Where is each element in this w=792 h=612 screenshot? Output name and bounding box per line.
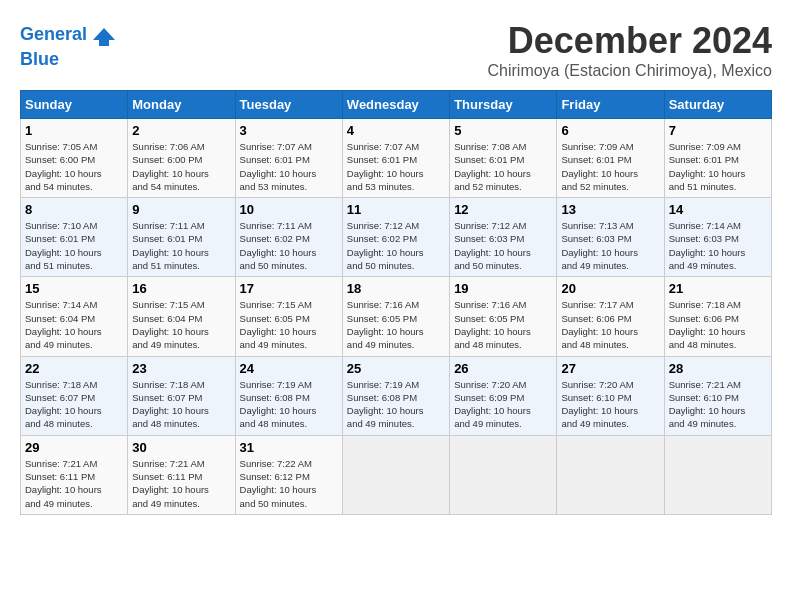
day-number: 27 (561, 361, 659, 376)
col-header-friday: Friday (557, 91, 664, 119)
col-header-tuesday: Tuesday (235, 91, 342, 119)
day-number: 13 (561, 202, 659, 217)
day-info: Sunrise: 7:16 AM Sunset: 6:05 PM Dayligh… (454, 298, 552, 351)
day-number: 14 (669, 202, 767, 217)
calendar-cell: 23Sunrise: 7:18 AM Sunset: 6:07 PM Dayli… (128, 356, 235, 435)
logo-icon (89, 20, 119, 50)
day-number: 2 (132, 123, 230, 138)
calendar-cell: 24Sunrise: 7:19 AM Sunset: 6:08 PM Dayli… (235, 356, 342, 435)
day-number: 18 (347, 281, 445, 296)
calendar-cell (664, 435, 771, 514)
calendar-cell: 27Sunrise: 7:20 AM Sunset: 6:10 PM Dayli… (557, 356, 664, 435)
calendar-cell: 4Sunrise: 7:07 AM Sunset: 6:01 PM Daylig… (342, 119, 449, 198)
day-number: 24 (240, 361, 338, 376)
calendar-cell: 13Sunrise: 7:13 AM Sunset: 6:03 PM Dayli… (557, 198, 664, 277)
calendar-cell: 16Sunrise: 7:15 AM Sunset: 6:04 PM Dayli… (128, 277, 235, 356)
day-number: 21 (669, 281, 767, 296)
day-number: 19 (454, 281, 552, 296)
day-info: Sunrise: 7:20 AM Sunset: 6:09 PM Dayligh… (454, 378, 552, 431)
day-number: 3 (240, 123, 338, 138)
day-number: 8 (25, 202, 123, 217)
calendar-cell: 14Sunrise: 7:14 AM Sunset: 6:03 PM Dayli… (664, 198, 771, 277)
day-info: Sunrise: 7:13 AM Sunset: 6:03 PM Dayligh… (561, 219, 659, 272)
location-title: Chirimoya (Estacion Chirimoya), Mexico (487, 62, 772, 80)
calendar-cell: 21Sunrise: 7:18 AM Sunset: 6:06 PM Dayli… (664, 277, 771, 356)
calendar-week-2: 8Sunrise: 7:10 AM Sunset: 6:01 PM Daylig… (21, 198, 772, 277)
logo: General Blue (20, 20, 119, 70)
day-number: 1 (25, 123, 123, 138)
day-info: Sunrise: 7:08 AM Sunset: 6:01 PM Dayligh… (454, 140, 552, 193)
calendar-cell: 5Sunrise: 7:08 AM Sunset: 6:01 PM Daylig… (450, 119, 557, 198)
day-info: Sunrise: 7:12 AM Sunset: 6:03 PM Dayligh… (454, 219, 552, 272)
day-info: Sunrise: 7:15 AM Sunset: 6:05 PM Dayligh… (240, 298, 338, 351)
day-info: Sunrise: 7:19 AM Sunset: 6:08 PM Dayligh… (240, 378, 338, 431)
day-info: Sunrise: 7:18 AM Sunset: 6:07 PM Dayligh… (25, 378, 123, 431)
day-info: Sunrise: 7:18 AM Sunset: 6:06 PM Dayligh… (669, 298, 767, 351)
day-number: 20 (561, 281, 659, 296)
day-number: 25 (347, 361, 445, 376)
calendar-cell: 31Sunrise: 7:22 AM Sunset: 6:12 PM Dayli… (235, 435, 342, 514)
day-info: Sunrise: 7:21 AM Sunset: 6:11 PM Dayligh… (25, 457, 123, 510)
calendar-cell: 19Sunrise: 7:16 AM Sunset: 6:05 PM Dayli… (450, 277, 557, 356)
day-info: Sunrise: 7:07 AM Sunset: 6:01 PM Dayligh… (240, 140, 338, 193)
calendar-cell: 22Sunrise: 7:18 AM Sunset: 6:07 PM Dayli… (21, 356, 128, 435)
logo-text-blue: Blue (20, 50, 119, 70)
day-info: Sunrise: 7:14 AM Sunset: 6:04 PM Dayligh… (25, 298, 123, 351)
day-info: Sunrise: 7:05 AM Sunset: 6:00 PM Dayligh… (25, 140, 123, 193)
calendar-week-5: 29Sunrise: 7:21 AM Sunset: 6:11 PM Dayli… (21, 435, 772, 514)
day-number: 28 (669, 361, 767, 376)
calendar-cell: 18Sunrise: 7:16 AM Sunset: 6:05 PM Dayli… (342, 277, 449, 356)
day-number: 29 (25, 440, 123, 455)
calendar-week-1: 1Sunrise: 7:05 AM Sunset: 6:00 PM Daylig… (21, 119, 772, 198)
day-number: 12 (454, 202, 552, 217)
calendar-cell: 29Sunrise: 7:21 AM Sunset: 6:11 PM Dayli… (21, 435, 128, 514)
day-number: 15 (25, 281, 123, 296)
calendar-cell: 17Sunrise: 7:15 AM Sunset: 6:05 PM Dayli… (235, 277, 342, 356)
col-header-saturday: Saturday (664, 91, 771, 119)
day-number: 6 (561, 123, 659, 138)
calendar-cell (450, 435, 557, 514)
day-number: 9 (132, 202, 230, 217)
day-info: Sunrise: 7:16 AM Sunset: 6:05 PM Dayligh… (347, 298, 445, 351)
col-header-sunday: Sunday (21, 91, 128, 119)
calendar-cell: 7Sunrise: 7:09 AM Sunset: 6:01 PM Daylig… (664, 119, 771, 198)
day-number: 26 (454, 361, 552, 376)
calendar-cell: 2Sunrise: 7:06 AM Sunset: 6:00 PM Daylig… (128, 119, 235, 198)
day-info: Sunrise: 7:18 AM Sunset: 6:07 PM Dayligh… (132, 378, 230, 431)
calendar-cell: 11Sunrise: 7:12 AM Sunset: 6:02 PM Dayli… (342, 198, 449, 277)
day-info: Sunrise: 7:11 AM Sunset: 6:01 PM Dayligh… (132, 219, 230, 272)
col-header-monday: Monday (128, 91, 235, 119)
day-number: 16 (132, 281, 230, 296)
calendar-week-3: 15Sunrise: 7:14 AM Sunset: 6:04 PM Dayli… (21, 277, 772, 356)
day-info: Sunrise: 7:19 AM Sunset: 6:08 PM Dayligh… (347, 378, 445, 431)
day-info: Sunrise: 7:06 AM Sunset: 6:00 PM Dayligh… (132, 140, 230, 193)
day-number: 31 (240, 440, 338, 455)
day-number: 23 (132, 361, 230, 376)
title-block: December 2024 Chirimoya (Estacion Chirim… (487, 20, 772, 80)
calendar-cell: 10Sunrise: 7:11 AM Sunset: 6:02 PM Dayli… (235, 198, 342, 277)
col-header-thursday: Thursday (450, 91, 557, 119)
day-info: Sunrise: 7:22 AM Sunset: 6:12 PM Dayligh… (240, 457, 338, 510)
calendar-cell: 28Sunrise: 7:21 AM Sunset: 6:10 PM Dayli… (664, 356, 771, 435)
day-number: 22 (25, 361, 123, 376)
day-info: Sunrise: 7:11 AM Sunset: 6:02 PM Dayligh… (240, 219, 338, 272)
calendar-cell: 30Sunrise: 7:21 AM Sunset: 6:11 PM Dayli… (128, 435, 235, 514)
day-info: Sunrise: 7:21 AM Sunset: 6:11 PM Dayligh… (132, 457, 230, 510)
calendar-cell: 20Sunrise: 7:17 AM Sunset: 6:06 PM Dayli… (557, 277, 664, 356)
col-header-wednesday: Wednesday (342, 91, 449, 119)
day-info: Sunrise: 7:12 AM Sunset: 6:02 PM Dayligh… (347, 219, 445, 272)
day-info: Sunrise: 7:17 AM Sunset: 6:06 PM Dayligh… (561, 298, 659, 351)
calendar-cell: 12Sunrise: 7:12 AM Sunset: 6:03 PM Dayli… (450, 198, 557, 277)
calendar-cell: 1Sunrise: 7:05 AM Sunset: 6:00 PM Daylig… (21, 119, 128, 198)
calendar-week-4: 22Sunrise: 7:18 AM Sunset: 6:07 PM Dayli… (21, 356, 772, 435)
day-number: 11 (347, 202, 445, 217)
day-info: Sunrise: 7:15 AM Sunset: 6:04 PM Dayligh… (132, 298, 230, 351)
page-header: General Blue December 2024 Chirimoya (Es… (20, 20, 772, 80)
calendar-cell: 3Sunrise: 7:07 AM Sunset: 6:01 PM Daylig… (235, 119, 342, 198)
calendar-cell (342, 435, 449, 514)
day-number: 7 (669, 123, 767, 138)
day-number: 17 (240, 281, 338, 296)
day-info: Sunrise: 7:09 AM Sunset: 6:01 PM Dayligh… (669, 140, 767, 193)
day-number: 4 (347, 123, 445, 138)
calendar-table: SundayMondayTuesdayWednesdayThursdayFrid… (20, 90, 772, 515)
